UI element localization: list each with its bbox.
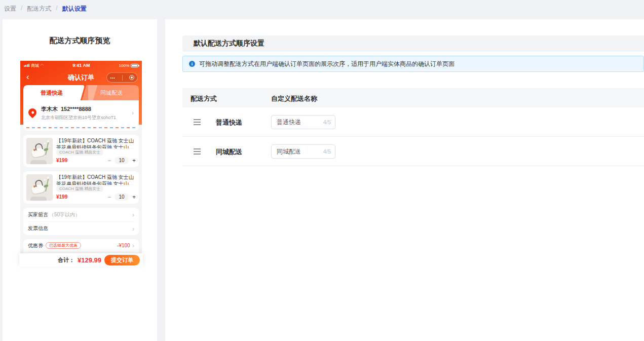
invoice-row: 发票信息 ›: [28, 221, 134, 235]
chevron-right-icon: ›: [132, 109, 134, 117]
tab-express-label: 普通快递: [23, 85, 80, 100]
total-label: 合计：: [58, 256, 74, 264]
delivery-method-name: 普通快递: [216, 118, 242, 127]
exit-target-icon: [129, 75, 134, 80]
quantity-stepper: − 10 +: [107, 157, 136, 164]
tab-same-city: 同城配送: [80, 85, 139, 100]
address-detail: 北京市朝阳区望京街10号望京sohoT1: [41, 115, 132, 121]
breadcrumb-separator: /: [56, 5, 57, 12]
table-row: 同城配送 4/5: [182, 137, 644, 166]
total-value: ¥129.99: [78, 256, 101, 264]
column-delivery-method: 配送方式: [191, 94, 217, 103]
ticket-separator: [23, 125, 139, 131]
delivery-table: 配送方式 自定义配送名称 普通快递 4/5 同城配送 4/5: [182, 88, 644, 166]
phone-header-area: 商城 ◠ 9:41 AM 100% ‹ 确认订单 •••: [20, 61, 142, 125]
info-banner: i 可拖动调整配送方式在用户端确认订单页面的展示次序，适用于用户端实体商品的确认…: [182, 56, 644, 72]
miniprogram-capsule: •••: [106, 72, 138, 83]
table-row: 普通快递 4/5: [182, 107, 644, 137]
product-card: 【19年新款】COACH 蔻驰 女士山茶花单肩斜挎链条包蔻驰 女士山... CO…: [23, 135, 139, 167]
signal-icon: [24, 64, 29, 67]
drag-handle-icon[interactable]: [194, 119, 201, 125]
breadcrumb: 设置 / 配送方式 / 默认设置: [0, 0, 87, 19]
delivery-tabs: 普通快递 同城配送: [23, 85, 139, 100]
char-counter: 4/5: [323, 119, 331, 125]
phone-nav-bar: ‹ 确认订单 •••: [20, 70, 142, 85]
status-time: 9:41 AM: [44, 63, 119, 68]
settings-title: 默认配送方式顺序设置: [194, 39, 264, 48]
carrier-label: 商城: [31, 63, 39, 68]
settings-title-strip: 默认配送方式顺序设置: [182, 35, 644, 52]
preview-panel: 配送方式顺序预览 商城 ◠ 9:41 AM 100% ‹ 确认订单 •••: [3, 19, 157, 341]
custom-name-field: 4/5: [271, 144, 335, 159]
plus-icon: +: [132, 157, 136, 164]
product-tag: COACH 蔻驰 精品女士: [56, 185, 103, 192]
battery-percent: 100%: [119, 63, 129, 68]
delivery-method-name: 同城配送: [216, 147, 242, 157]
char-counter: 4/5: [323, 148, 331, 155]
product-title: 【19年新款】COACH 蔻驰 女士山茶花单肩斜挎链条包蔻驰 女士山...: [56, 138, 136, 148]
tab-express-active: 普通快递: [23, 85, 84, 100]
chevron-right-icon: ›: [132, 225, 134, 233]
chevron-right-icon: ›: [132, 242, 134, 249]
coupon-row: 优惠券 已选择最大优惠 -¥100 ›: [28, 239, 134, 252]
phone-preview: 商城 ◠ 9:41 AM 100% ‹ 确认订单 •••: [20, 61, 142, 267]
address-card: 李木木152****8888 北京市朝阳区望京街10号望京sohoT1 ›: [23, 100, 139, 125]
product-price: ¥199: [56, 194, 67, 200]
capsule-divider: [122, 75, 123, 81]
drag-handle-icon[interactable]: [194, 148, 201, 155]
product-tag: COACH 蔻驰 精品女士: [56, 149, 103, 156]
product-price: ¥199: [56, 158, 67, 163]
product-title: 【19年新款】COACH 蔻驰 女士山茶花单肩斜挎链条包蔻驰 女士山...: [56, 174, 136, 185]
coupon-badge: 已选择最大优惠: [46, 242, 81, 249]
quantity-stepper: − 10 +: [107, 193, 136, 201]
info-icon: i: [189, 61, 195, 67]
submit-order-button: 提交订单: [104, 255, 140, 266]
more-icon: •••: [110, 76, 115, 80]
battery-icon: [131, 64, 138, 67]
coupon-value: -¥100: [117, 243, 130, 248]
product-image: [26, 138, 53, 164]
minus-icon: −: [107, 157, 111, 164]
product-card: 【19年新款】COACH 蔻驰 女士山茶花单肩斜挎链条包蔻驰 女士山... CO…: [23, 171, 139, 204]
plus-icon: +: [132, 194, 136, 201]
quantity-value: 10: [115, 193, 129, 201]
settings-panel: 默认配送方式顺序设置 i 可拖动调整配送方式在用户端确认订单页面的展示次序，适用…: [165, 19, 644, 341]
minus-icon: −: [107, 194, 111, 201]
breadcrumb-default-settings: 默认设置: [62, 5, 87, 13]
tab-same-city-label: 同城配送: [84, 85, 139, 100]
table-header: 配送方式 自定义配送名称: [182, 88, 644, 107]
breadcrumb-settings[interactable]: 设置: [4, 5, 16, 13]
product-image: [26, 174, 53, 201]
location-pin-icon: [27, 107, 39, 119]
recipient-line: 李木木152****8888: [41, 106, 91, 112]
breadcrumb-delivery-method[interactable]: 配送方式: [27, 5, 51, 13]
breadcrumb-separator: /: [21, 5, 22, 12]
chevron-right-icon: ›: [132, 211, 134, 218]
phone-status-bar: 商城 ◠ 9:41 AM 100%: [20, 61, 142, 70]
preview-title: 配送方式顺序预览: [3, 36, 157, 46]
dashed-line: [26, 127, 136, 128]
column-custom-name: 自定义配送名称: [271, 94, 317, 103]
buyer-message-row: 买家留言 （50字以内） ›: [28, 208, 134, 221]
order-footer-bar: 合计： ¥129.99 提交订单: [19, 253, 143, 267]
order-form-card: 买家留言 （50字以内） › 发票信息 ›: [23, 208, 139, 235]
quantity-value: 10: [115, 157, 129, 164]
custom-name-field: 4/5: [271, 115, 335, 129]
phone-body: 【19年新款】COACH 蔻驰 女士山茶花单肩斜挎链条包蔻驰 女士山... CO…: [20, 125, 142, 267]
info-banner-text: 可拖动调整配送方式在用户端确认订单页面的展示次序，适用于用户端实体商品的确认订单…: [199, 60, 454, 68]
